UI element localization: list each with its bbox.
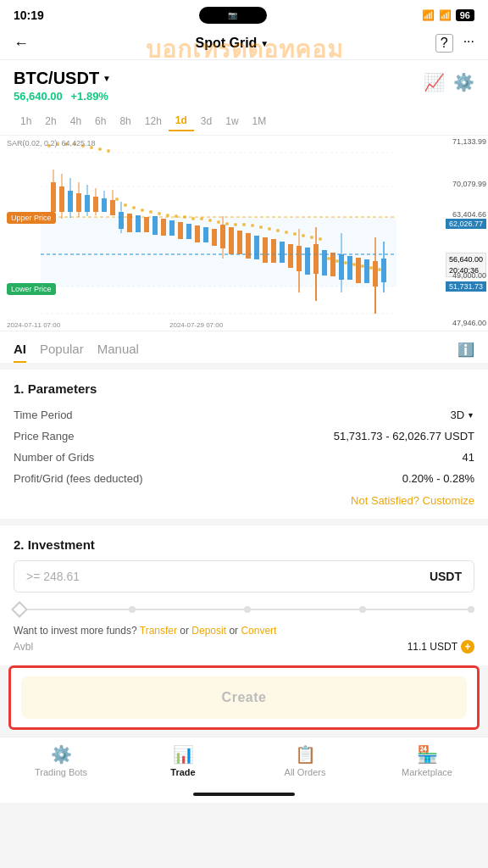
svg-rect-91 [271, 239, 276, 263]
more-icon[interactable]: ··· [463, 34, 474, 53]
sar-label: SAR(0.02, 0.2): 64,425.18 [7, 139, 96, 147]
avbl-row: Avbl 11.1 USDT + [14, 640, 474, 654]
nav-item-trading-bots[interactable]: ⚙️ Trading Bots [31, 744, 91, 777]
svg-point-33 [268, 227, 271, 231]
svg-rect-67 [110, 200, 115, 215]
nav-item-marketplace[interactable]: 🏪 Marketplace [397, 744, 457, 777]
parameters-section: 1. Parameters Time Period 3D ▼ Price Ran… [0, 370, 488, 519]
chart-container: SAR(0.02, 0.2): 64,425.18 71,133.99 70,0… [0, 136, 488, 331]
tab-ai[interactable]: AI [14, 342, 26, 363]
svg-point-17 [132, 206, 136, 209]
settings-icon[interactable]: ⚙️ [453, 72, 474, 92]
svg-point-24 [191, 217, 195, 220]
svg-point-36 [293, 232, 297, 236]
svg-rect-94 [297, 246, 302, 271]
home-indicator [0, 787, 488, 803]
param-value-pricerange: 51,731.73 - 62,026.77 USDT [334, 430, 474, 442]
svg-point-20 [158, 212, 161, 215]
price-top: 71,133.99 [452, 137, 486, 146]
svg-point-23 [183, 215, 186, 219]
all-orders-icon: 📋 [295, 744, 316, 765]
svg-rect-87 [237, 231, 242, 254]
create-btn-container: Create [8, 665, 480, 730]
time-btn-1h[interactable]: 1h [14, 111, 38, 131]
nav-item-all-orders[interactable]: 📋 All Orders [275, 744, 335, 777]
param-label-grids: Number of Grids [14, 451, 94, 464]
price-p1: 63,404.66 [452, 210, 486, 219]
time-btn-1w[interactable]: 1w [219, 111, 245, 131]
svg-point-29 [234, 223, 237, 226]
param-label-pricerange: Price Range [14, 430, 75, 442]
time-btn-1d[interactable]: 1d [169, 111, 194, 131]
price-p2: 62,026.77 [446, 219, 486, 229]
lower-price-badge: Lower Price [7, 283, 56, 295]
time-btn-1M[interactable]: 1M [246, 111, 274, 131]
help-icon[interactable]: ? [435, 34, 453, 53]
tabs-row: AI Popular Manual ℹ️ [14, 342, 474, 363]
svg-rect-80 [195, 225, 200, 242]
nav-title: Spot Grid ▼ [195, 36, 269, 51]
svg-rect-103 [339, 254, 344, 280]
svg-rect-74 [144, 217, 149, 232]
svg-point-34 [276, 229, 280, 232]
nav-item-trade[interactable]: 📊 Trade [153, 744, 213, 777]
deposit-link[interactable]: Deposit [191, 625, 226, 637]
svg-point-18 [141, 209, 144, 212]
svg-rect-93 [288, 244, 293, 268]
time-btn-8h[interactable]: 8h [113, 111, 137, 131]
create-button[interactable]: Create [21, 676, 467, 719]
convert-link[interactable]: Convert [241, 625, 276, 637]
info-icon[interactable]: ℹ️ [458, 342, 474, 358]
parameters-title: 1. Parameters [14, 381, 474, 396]
svg-rect-78 [178, 222, 183, 239]
svg-rect-73 [136, 215, 141, 232]
pair-action-icons: 📈 ⚙️ [424, 72, 474, 92]
back-button[interactable]: ← [14, 35, 29, 53]
svg-rect-81 [203, 227, 208, 242]
nav-label-trade: Trade [170, 767, 195, 777]
battery-icon: 96 [456, 9, 474, 21]
tab-popular[interactable]: Popular [40, 342, 84, 363]
svg-point-21 [166, 214, 169, 217]
svg-rect-69 [119, 212, 124, 229]
tabs-list: AI Popular Manual [14, 342, 139, 363]
avbl-plus-icon[interactable]: + [461, 640, 474, 654]
date-right: 2024-07-29 07:00 [169, 321, 223, 329]
investment-input-row[interactable]: >= 248.61 USDT [14, 560, 474, 593]
nav-icons: ? ··· [435, 34, 474, 53]
pair-dropdown-icon: ▼ [103, 74, 111, 83]
slider-track[interactable] [14, 601, 474, 618]
svg-rect-112 [381, 259, 386, 282]
svg-point-26 [208, 219, 212, 222]
price-p5: 49,000.00 [452, 271, 486, 280]
svg-point-15 [115, 198, 119, 201]
time-btn-12h[interactable]: 12h [138, 111, 169, 131]
svg-rect-76 [161, 219, 166, 236]
nav-dropdown-icon[interactable]: ▼ [260, 39, 269, 48]
time-btn-4h[interactable]: 4h [64, 111, 88, 131]
svg-rect-53 [68, 191, 73, 212]
svg-point-28 [225, 222, 229, 225]
tabs-section: AI Popular Manual ℹ️ [0, 331, 488, 363]
svg-rect-108 [364, 259, 369, 283]
svg-point-42 [344, 261, 347, 264]
chart-svg [0, 136, 488, 331]
pair-name[interactable]: BTC/USDT ▼ [14, 69, 111, 88]
param-row-grids: Number of Grids 41 [14, 447, 474, 468]
time-btn-2h[interactable]: 2h [38, 111, 63, 131]
svg-rect-50 [59, 186, 64, 212]
chart-icon[interactable]: 📈 [424, 72, 445, 92]
svg-rect-82 [212, 229, 217, 246]
param-value-timeperiod[interactable]: 3D ▼ [450, 409, 474, 421]
time-btn-6h[interactable]: 6h [88, 111, 113, 131]
dot-50 [244, 606, 251, 613]
param-value-profit: 0.20% - 0.28% [402, 472, 474, 485]
transfer-link[interactable]: Transfer [140, 625, 177, 637]
time-btn-3d[interactable]: 3d [194, 111, 219, 131]
tab-manual[interactable]: Manual [97, 342, 139, 363]
slider-thumb[interactable] [11, 601, 28, 618]
customize-link[interactable]: Not Satisfied? Customize [14, 494, 474, 507]
svg-rect-102 [330, 253, 336, 276]
svg-point-38 [310, 236, 313, 239]
svg-point-16 [124, 203, 127, 207]
